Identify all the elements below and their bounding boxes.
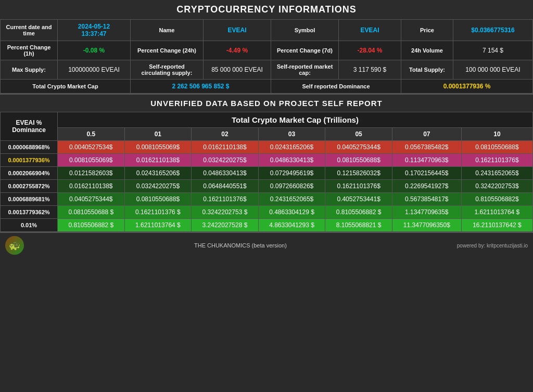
dom-label-2: 0.0002066904% bbox=[1, 167, 58, 180]
dom-cell-1-5: 0.1134770963$ bbox=[392, 154, 461, 167]
dom-row-5: 0.0013779362%0.0810550688 $0.1621101376 … bbox=[1, 206, 533, 219]
mktcap-sr-label: Self-reported market cap: bbox=[271, 60, 339, 80]
dom-cell-6-2: 3.2422027528 $ bbox=[192, 219, 259, 232]
main-container: CRYPTOCURRENCY INFORMATIONS Current date… bbox=[0, 0, 533, 258]
dom-label-0: 0.0000688968% bbox=[1, 141, 58, 154]
dom-cell-0-2: 0.0162110138$ bbox=[192, 141, 259, 154]
dom-row-0: 0.0000688968%0.0040527534$0.0081055069$0… bbox=[1, 141, 533, 154]
dom-cell-6-0: 0.8105506882 $ bbox=[58, 219, 125, 232]
dom-cell-1-2: 0.0324220275$ bbox=[192, 154, 259, 167]
vol-24h-value: 7 154 $ bbox=[453, 41, 533, 60]
mktcap-sr-value: 3 117 590 $ bbox=[339, 60, 401, 80]
dom-cell-2-5: 0.1702156445$ bbox=[392, 167, 461, 180]
dom-cell-1-4: 0.0810550688$ bbox=[325, 154, 392, 167]
dom-cell-5-5: 1.1347709635$ bbox=[392, 206, 461, 219]
dom-cell-3-1: 0.0324220275$ bbox=[124, 180, 192, 193]
column-headers-row: 0.5010203050710 bbox=[1, 128, 533, 141]
dom-row-6: 0.01%0.8105506882 $1.6211013764 $3.24220… bbox=[1, 219, 533, 232]
circ-supply-value: 85 000 000 EVEAI bbox=[204, 60, 271, 80]
page-title: CRYPTOCURRENCY INFORMATIONS bbox=[0, 0, 533, 19]
dom-cell-5-2: 0.3242202753 $ bbox=[192, 206, 259, 219]
price-label: Price bbox=[401, 20, 453, 41]
col-header-03: 03 bbox=[258, 128, 325, 141]
current-time: 13:37:47 bbox=[81, 30, 106, 37]
col-header-02: 02 bbox=[192, 128, 259, 141]
dom-label-5: 0.0013779362% bbox=[1, 206, 58, 219]
pct-24h-value: -4.49 % bbox=[204, 41, 271, 60]
dom-cell-0-5: 0.0567385482$ bbox=[392, 141, 461, 154]
footer-logo: 🐢 bbox=[5, 236, 24, 255]
logo-icon: 🐢 bbox=[5, 236, 24, 255]
total-mktcap-value: 2 262 506 965 852 $ bbox=[131, 80, 271, 94]
dom-row-1: 0.0001377936%0.0081055069$0.0162110138$0… bbox=[1, 154, 533, 167]
dom-cell-2-3: 0.0729495619$ bbox=[258, 167, 325, 180]
dom-cell-3-4: 0.1621101376$ bbox=[325, 180, 392, 193]
dom-cell-6-6: 16.2110137642 $ bbox=[461, 219, 532, 232]
footer: 🐢 THE CHUKANOMICS (beta version) powered… bbox=[0, 232, 533, 258]
symbol-label: Symbol bbox=[271, 20, 339, 41]
pct-7d-value: -28.04 % bbox=[339, 41, 401, 60]
pct-24h-label: Percent Change (24h) bbox=[131, 41, 204, 60]
dom-cell-2-0: 0.0121582603$ bbox=[58, 167, 125, 180]
dom-cell-3-6: 0.3242202753$ bbox=[461, 180, 532, 193]
current-date-label: Current date and time bbox=[1, 20, 58, 41]
dom-cell-6-4: 8.1055068821 $ bbox=[325, 219, 392, 232]
col-header-01: 01 bbox=[124, 128, 192, 141]
dom-cell-2-2: 0.0486330413$ bbox=[192, 167, 259, 180]
dom-cell-0-1: 0.0081055069$ bbox=[124, 141, 192, 154]
dominance-label: Self reported Dominance bbox=[271, 80, 401, 94]
dom-cell-5-3: 0.4863304129 $ bbox=[258, 206, 325, 219]
dom-row-2: 0.0002066904%0.0121582603$0.0243165206$0… bbox=[1, 167, 533, 180]
col-header-07: 07 bbox=[392, 128, 461, 141]
max-supply-label: Max Supply: bbox=[1, 60, 58, 80]
symbol-value: EVEAI bbox=[339, 20, 401, 41]
total-supply-value: 100 000 000 EVEAI bbox=[453, 60, 533, 80]
dom-cell-4-5: 0.5673854817$ bbox=[392, 193, 461, 206]
tcm-header: Total Crypto Market Cap (Trillions) bbox=[58, 112, 533, 128]
footer-center: THE CHUKANOMICS (beta version) bbox=[194, 242, 287, 249]
footer-right: powered by: kritpcentuzijasti.io bbox=[457, 243, 528, 249]
dom-cell-1-0: 0.0081055069$ bbox=[58, 154, 125, 167]
dom-row-3: 0.0002755872%0.0162110138$0.0324220275$0… bbox=[1, 180, 533, 193]
dom-cell-3-0: 0.0162110138$ bbox=[58, 180, 125, 193]
dom-label-6: 0.01% bbox=[1, 219, 58, 232]
col-header-10: 10 bbox=[461, 128, 532, 141]
dom-label-1: 0.0001377936% bbox=[1, 154, 58, 167]
dom-row-4: 0.0006889681%0.0405275344$0.0810550688$0… bbox=[1, 193, 533, 206]
circ-supply-label: Self-reported circulating supply: bbox=[131, 60, 204, 80]
dom-cell-4-2: 0.1621101376$ bbox=[192, 193, 259, 206]
dom-cell-6-3: 4.8633041293 $ bbox=[258, 219, 325, 232]
dom-cell-0-0: 0.0040527534$ bbox=[58, 141, 125, 154]
dom-cell-5-0: 0.0810550688 $ bbox=[58, 206, 125, 219]
pct-1h-value: -0.08 % bbox=[58, 41, 131, 60]
dom-cell-2-1: 0.0243165206$ bbox=[124, 167, 192, 180]
vol-24h-label: 24h Volume bbox=[401, 41, 453, 60]
dom-cell-5-4: 0.8105506882 $ bbox=[325, 206, 392, 219]
dom-cell-4-0: 0.0405275344$ bbox=[58, 193, 125, 206]
dom-cell-0-3: 0.0243165206$ bbox=[258, 141, 325, 154]
dom-cell-4-4: 0.4052753441$ bbox=[325, 193, 392, 206]
total-mktcap-label: Total Crypto Market Cap bbox=[1, 80, 131, 94]
col-header-05: 05 bbox=[325, 128, 392, 141]
dom-cell-4-1: 0.0810550688$ bbox=[124, 193, 192, 206]
dom-cell-6-5: 11.3477096350$ bbox=[392, 219, 461, 232]
dom-cell-3-5: 0.2269541927$ bbox=[392, 180, 461, 193]
dom-cell-6-1: 1.6211013764 $ bbox=[124, 219, 192, 232]
dom-cell-2-6: 0.2431652065$ bbox=[461, 167, 532, 180]
dominance-table: EVEAI % Dominance Total Crypto Market Ca… bbox=[0, 112, 533, 232]
total-supply-label: Total Supply: bbox=[401, 60, 453, 80]
pct-7d-label: Percent Change (7d) bbox=[271, 41, 339, 60]
dom-cell-2-4: 0.1215826032$ bbox=[325, 167, 392, 180]
section2-title: UNVERIFIED DATA BASED ON PROJECT SELF RE… bbox=[0, 94, 533, 112]
max-supply-value: 100000000 EVEAI bbox=[58, 60, 131, 80]
pct-1h-label: Percent Change (1h) bbox=[1, 41, 58, 60]
dom-cell-4-3: 0.2431652065$ bbox=[258, 193, 325, 206]
current-date: 2024-05-12 bbox=[78, 23, 110, 30]
dom-cell-4-6: 0.8105506882$ bbox=[461, 193, 532, 206]
dom-cell-3-2: 0.0648440551$ bbox=[192, 180, 259, 193]
dom-cell-3-3: 0.0972660826$ bbox=[258, 180, 325, 193]
price-value: $0.0366775316 bbox=[453, 20, 533, 41]
dom-cell-1-3: 0.0486330413$ bbox=[258, 154, 325, 167]
dom-cell-1-1: 0.0162110138$ bbox=[124, 154, 192, 167]
dom-cell-0-6: 0.0810550688$ bbox=[461, 141, 532, 154]
